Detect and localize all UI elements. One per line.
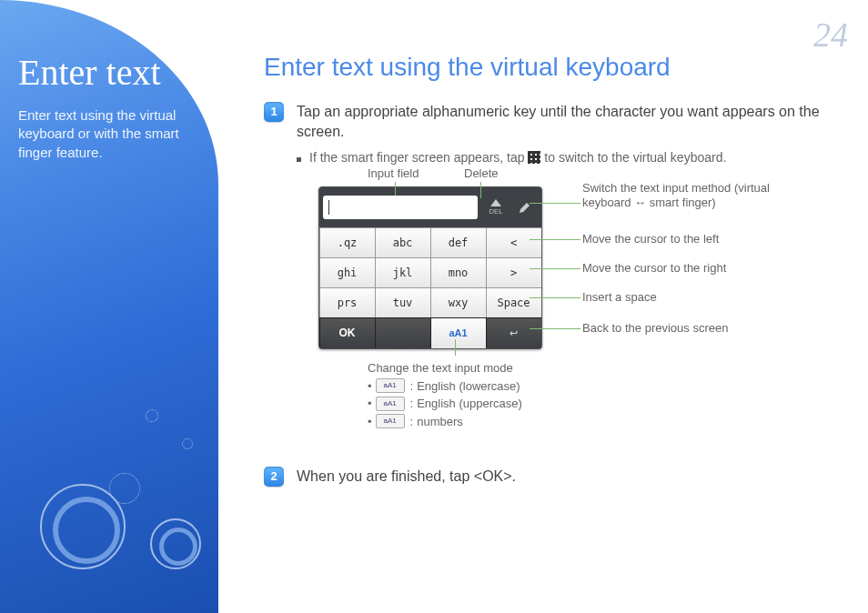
mode-key[interactable]: aA1 <box>430 317 487 349</box>
key-left[interactable]: < <box>486 227 542 258</box>
key-ghi[interactable]: ghi <box>319 257 376 288</box>
step-2: 2 When you are finished, tap <OK>. <box>264 467 846 487</box>
page-number: 24 <box>813 15 848 55</box>
ok-key[interactable]: OK <box>319 317 376 349</box>
chip-lowercase-icon: aA1 <box>376 378 405 393</box>
keyboard-keys: .qz abc def < ghi jkl mno > prs tuv wxy … <box>319 227 541 317</box>
step-badge-2: 2 <box>264 467 284 487</box>
key-mno[interactable]: mno <box>430 257 487 288</box>
sidebar-title: Enter text <box>18 51 218 94</box>
legend-upper: English (uppercase) <box>417 395 522 413</box>
label-cursor-right: Move the cursor to the right <box>582 261 726 275</box>
key-right[interactable]: > <box>486 257 542 288</box>
smart-finger-toggle[interactable] <box>512 195 538 220</box>
label-back: Back to the previous screen <box>582 321 728 335</box>
key-abc[interactable]: abc <box>375 227 431 258</box>
back-key[interactable]: ↩ <box>486 317 542 349</box>
page-title: Enter text using the virtual keyboard <box>264 53 846 82</box>
delete-key[interactable]: DEL <box>483 195 509 220</box>
chip-numbers-icon: aA1 <box>376 414 405 428</box>
sidebar-subtitle: Enter text using the virtual keyboard or… <box>18 106 202 162</box>
mode-legend: Change the text input mode • aA1: Englis… <box>368 359 522 430</box>
step-1: 1 Tap an appropriate alphanumeric key un… <box>264 102 846 141</box>
note-text-a: If the smart finger screen appears, tap <box>309 150 528 165</box>
step-1-text: Tap an appropriate alphanumeric key unti… <box>297 102 846 141</box>
delete-key-label: DEL <box>489 207 503 216</box>
label-input-field: Input field <box>368 166 419 180</box>
key-space[interactable]: Space <box>486 287 542 318</box>
key-def[interactable]: def <box>430 227 487 258</box>
step-2-text: When you are finished, tap <OK>. <box>297 467 846 487</box>
legend-lower: English (lowercase) <box>417 377 520 396</box>
key-tuv[interactable]: tuv <box>375 287 431 318</box>
virtual-keyboard: DEL .qz abc def < ghi jkl mno > prs tuv … <box>318 186 542 349</box>
key-wxy[interactable]: wxy <box>430 287 487 318</box>
key-qz[interactable]: .qz <box>319 227 376 258</box>
chip-uppercase-icon: aA1 <box>376 397 405 411</box>
step-1-note: If the smart finger screen appears, tap … <box>297 150 846 165</box>
keyboard-diagram: Input field Delete Switch the text input… <box>318 186 846 414</box>
label-cursor-left: Move the cursor to the left <box>582 232 719 246</box>
label-space: Insert a space <box>582 290 657 304</box>
step-badge-1: 1 <box>264 102 284 122</box>
key-prs[interactable]: prs <box>319 287 376 318</box>
label-delete: Delete <box>464 166 499 180</box>
note-text-b: to switch to the virtual keyboard. <box>540 150 726 165</box>
sidebar: Enter text Enter text using the virtual … <box>0 0 218 613</box>
keyboard-switch-icon <box>528 151 540 164</box>
blank-key[interactable] <box>375 317 431 349</box>
label-switch-input: Switch the text input method (virtual ke… <box>582 181 819 211</box>
key-jkl[interactable]: jkl <box>375 257 431 288</box>
legend-header: Change the text input mode <box>368 359 522 377</box>
legend-num: numbers <box>417 413 463 431</box>
main-content: Enter text using the virtual keyboard 1 … <box>264 53 846 496</box>
keyboard-input-field[interactable] <box>323 196 478 219</box>
